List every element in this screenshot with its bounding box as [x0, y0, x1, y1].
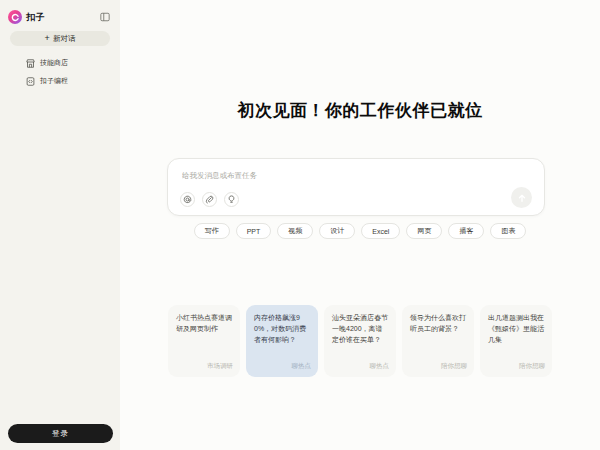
plus-icon: + [45, 34, 50, 43]
chip-design[interactable]: 设计 [319, 223, 355, 239]
page-title: 初次见面！你的工作伙伴已就位 [120, 99, 600, 122]
sidebar-menu: 技能商店 扣子编程 [0, 55, 120, 91]
chip-video[interactable]: 视频 [277, 223, 313, 239]
sidebar-item-label: 技能商店 [40, 58, 68, 68]
paperclip-icon[interactable] [202, 192, 217, 207]
message-composer[interactable] [167, 158, 545, 216]
card-text: 汕头亚朵酒店春节一晚4200，离谱定价谁在买单？ [332, 313, 388, 346]
sidebar-item-label: 扣子编程 [40, 76, 68, 86]
message-input[interactable] [182, 168, 530, 182]
app-window: 扣子 + 新对话 技能商店 扣子编程 登录 [0, 0, 600, 450]
collapse-sidebar-icon[interactable] [98, 10, 112, 24]
store-icon [26, 59, 35, 68]
card-text: 小红书热点赛道调研及网页制作 [176, 313, 232, 335]
card-tag: 聊热点 [292, 362, 312, 371]
main-content: 初次见面！你的工作伙伴已就位 写作 PPT 视频 设计 [120, 0, 600, 450]
coze-logo-icon [8, 10, 22, 24]
app-title: 扣子 [26, 11, 45, 24]
chip-webpage[interactable]: 网页 [406, 223, 442, 239]
sidebar: 扣子 + 新对话 技能商店 扣子编程 登录 [0, 0, 120, 450]
code-doc-icon [26, 77, 35, 86]
chip-podcast[interactable]: 播客 [448, 223, 484, 239]
card-tag: 陪你想聊 [441, 362, 467, 371]
suggestion-card[interactable]: 领导为什么喜欢打听员工的背景？ 陪你想聊 [402, 305, 474, 377]
new-chat-label: 新对话 [53, 34, 76, 44]
card-text: 内存价格飙涨90%，对数码消费者有何影响？ [254, 313, 310, 346]
lightbulb-icon[interactable] [224, 192, 239, 207]
login-button[interactable]: 登录 [8, 424, 113, 443]
chip-excel[interactable]: Excel [361, 223, 400, 239]
mention-at-icon[interactable] [180, 192, 195, 207]
sidebar-header: 扣子 [8, 8, 112, 26]
chip-chart[interactable]: 图表 [490, 223, 526, 239]
card-tag: 聊热点 [370, 362, 390, 371]
suggestion-cards: 小红书热点赛道调研及网页制作 市场调研 内存价格飙涨90%，对数码消费者有何影响… [168, 305, 552, 377]
sidebar-item-skill-store[interactable]: 技能商店 [6, 55, 114, 71]
suggestion-card[interactable]: 小红书热点赛道调研及网页制作 市场调研 [168, 305, 240, 377]
card-text: 出几道题测出我在《甄嬛传》里能活几集 [488, 313, 544, 346]
composer-toolbar [180, 192, 239, 207]
sidebar-item-coze-coding[interactable]: 扣子编程 [6, 73, 114, 89]
send-button[interactable] [511, 187, 532, 208]
card-text: 领导为什么喜欢打听员工的背景？ [410, 313, 466, 335]
suggestion-card[interactable]: 出几道题测出我在《甄嬛传》里能活几集 陪你想聊 [480, 305, 552, 377]
suggestion-card[interactable]: 汕头亚朵酒店春节一晚4200，离谱定价谁在买单？ 聊热点 [324, 305, 396, 377]
coze-logo[interactable]: 扣子 [8, 10, 98, 24]
card-tag: 市场调研 [207, 362, 233, 371]
suggestion-card[interactable]: 内存价格飙涨90%，对数码消费者有何影响？ 聊热点 [246, 305, 318, 377]
quick-action-chips: 写作 PPT 视频 设计 Excel 网页 播客 图表 [120, 223, 600, 239]
chip-ppt[interactable]: PPT [236, 223, 272, 239]
new-chat-button[interactable]: + 新对话 [10, 31, 110, 46]
card-tag: 陪你想聊 [519, 362, 545, 371]
chip-writing[interactable]: 写作 [194, 223, 230, 239]
send-arrow-icon [517, 193, 527, 203]
